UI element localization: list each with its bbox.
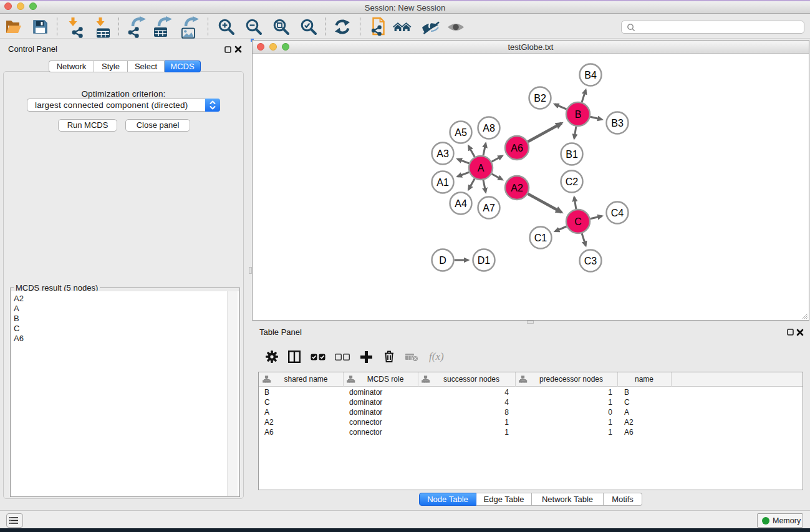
- svg-text:A8: A8: [483, 123, 495, 133]
- svg-text:B2: B2: [534, 93, 546, 104]
- svg-text:A1: A1: [436, 177, 449, 188]
- svg-text:C4: C4: [611, 208, 624, 218]
- svg-text:A6: A6: [511, 143, 523, 153]
- svg-text:D: D: [439, 255, 446, 266]
- svg-text:A3: A3: [436, 148, 449, 159]
- svg-text:D1: D1: [478, 255, 491, 266]
- svg-text:A: A: [478, 163, 485, 173]
- svg-text:C1: C1: [534, 233, 547, 243]
- svg-text:B3: B3: [611, 118, 624, 128]
- svg-text:A4: A4: [455, 198, 467, 209]
- svg-text:B: B: [575, 109, 582, 120]
- svg-text:C2: C2: [566, 177, 579, 187]
- svg-text:A7: A7: [483, 203, 495, 213]
- svg-text:C: C: [574, 216, 582, 227]
- svg-text:A2: A2: [511, 183, 523, 193]
- svg-text:B1: B1: [566, 149, 578, 160]
- svg-text:A5: A5: [455, 127, 467, 138]
- svg-text:B4: B4: [584, 70, 597, 80]
- svg-text:C3: C3: [584, 256, 597, 266]
